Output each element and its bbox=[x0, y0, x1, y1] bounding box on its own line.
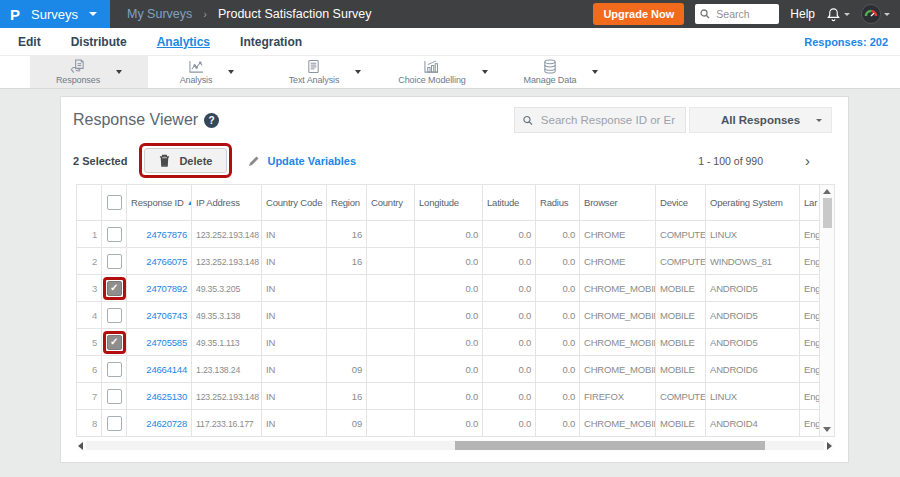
nav-edit[interactable]: Edit bbox=[18, 35, 41, 49]
global-search[interactable] bbox=[695, 4, 779, 24]
toolbar-responses[interactable]: Responses bbox=[30, 56, 148, 88]
column-header-operating-system[interactable]: Operating System bbox=[706, 185, 800, 221]
cell-longitude: 0.0 bbox=[415, 410, 483, 437]
column-header-browser[interactable]: Browser bbox=[580, 185, 656, 221]
cell-latitude: 0.0 bbox=[483, 383, 536, 410]
column-header-latitude[interactable]: Latitude bbox=[483, 185, 536, 221]
chevron-down-icon[interactable] bbox=[592, 70, 598, 74]
cell-country bbox=[367, 356, 415, 383]
chevron-down-icon[interactable] bbox=[116, 70, 122, 74]
scroll-left-icon[interactable] bbox=[78, 442, 83, 450]
pagination-range: 1 - 100 of 990 bbox=[698, 155, 763, 167]
cell-longitude: 0.0 bbox=[415, 383, 483, 410]
column-header-country-code[interactable]: Country Code bbox=[262, 185, 327, 221]
column-header-radius[interactable]: Radius bbox=[536, 185, 580, 221]
response-id-link[interactable]: 24705585 bbox=[127, 329, 192, 356]
delete-annotation-highlight: Delete bbox=[139, 143, 232, 178]
ip-address-value: 123.252.193.148 bbox=[196, 229, 259, 240]
cell-browser: CHROME bbox=[580, 248, 656, 275]
table-row: 724625130123.252.193.148IN160.00.00.0FIR… bbox=[77, 383, 820, 410]
chevron-down-icon[interactable] bbox=[355, 70, 361, 74]
cell-radius: 0.0 bbox=[536, 275, 580, 302]
response-id-link[interactable]: 24625130 bbox=[127, 383, 192, 410]
row-checkbox[interactable] bbox=[107, 416, 122, 431]
toolbar-manage-data[interactable]: Manage Data bbox=[502, 56, 620, 88]
column-header-region[interactable]: Region bbox=[327, 185, 367, 221]
response-id-link[interactable]: 24767876 bbox=[127, 221, 192, 248]
breadcrumb-current-survey: Product Satisfaction Survey bbox=[218, 7, 372, 21]
column-header-device[interactable]: Device bbox=[656, 185, 706, 221]
nav-distribute[interactable]: Distribute bbox=[71, 35, 127, 49]
horizontal-scrollbar[interactable] bbox=[76, 440, 834, 451]
row-checkbox-cell bbox=[102, 410, 127, 437]
ip-address-value: 1.23.138.24 bbox=[196, 364, 240, 375]
chevron-down-icon[interactable] bbox=[482, 70, 488, 74]
response-id-link[interactable]: 24664144 bbox=[127, 356, 192, 383]
update-variables-link[interactable]: Update Variables bbox=[248, 155, 356, 167]
toolbar-choice-modelling[interactable]: Choice Modelling bbox=[384, 56, 502, 88]
nav-analytics[interactable]: Analytics bbox=[157, 35, 210, 49]
manage-data-icon bbox=[542, 59, 558, 74]
toolbar-analysis[interactable]: Analysis bbox=[148, 56, 266, 88]
row-checkbox[interactable] bbox=[107, 362, 122, 377]
row-checkbox[interactable] bbox=[107, 227, 122, 242]
select-all-checkbox[interactable] bbox=[107, 195, 122, 210]
responses-count[interactable]: Responses: 202 bbox=[804, 36, 888, 48]
column-header-country[interactable]: Country bbox=[367, 185, 415, 221]
horizontal-scroll-track[interactable] bbox=[86, 441, 824, 450]
response-id-link[interactable]: 24766075 bbox=[127, 248, 192, 275]
chevron-down-icon bbox=[884, 13, 890, 16]
scroll-down-icon[interactable] bbox=[823, 427, 831, 432]
product-menu[interactable]: P Surveys bbox=[0, 0, 110, 28]
help-link[interactable]: Help bbox=[790, 7, 815, 21]
scroll-up-icon[interactable] bbox=[823, 189, 831, 194]
upgrade-now-button[interactable]: Upgrade Now bbox=[593, 3, 684, 25]
response-id-link[interactable]: 24706743 bbox=[127, 302, 192, 329]
column-header-lar[interactable]: Lar bbox=[800, 185, 820, 221]
cell-device: MOBILE bbox=[656, 356, 706, 383]
notifications-button[interactable] bbox=[826, 7, 850, 22]
row-checkbox[interactable] bbox=[107, 389, 122, 404]
nav-integration[interactable]: Integration bbox=[240, 35, 302, 49]
cell-ip-address: 117.233.16.177 bbox=[192, 410, 262, 437]
cell-radius: 0.0 bbox=[536, 302, 580, 329]
column-header-ip-address[interactable]: IP Address bbox=[192, 185, 262, 221]
column-header-longitude[interactable]: Longitude bbox=[415, 185, 483, 221]
scroll-right-icon[interactable] bbox=[827, 442, 832, 450]
next-page-button[interactable]: › bbox=[805, 153, 810, 168]
toolbar-text-analysis[interactable]: Text Analysis bbox=[266, 56, 384, 88]
response-id-link[interactable]: 24707892 bbox=[127, 275, 192, 302]
toolbar-text-analysis-label: Text Analysis bbox=[289, 75, 340, 85]
delete-button[interactable]: Delete bbox=[144, 148, 227, 173]
help-tooltip-icon[interactable]: ? bbox=[204, 113, 219, 128]
chevron-down-icon[interactable] bbox=[228, 70, 234, 74]
table-row: 824620728117.233.16.177IN090.00.00.0CHRO… bbox=[77, 410, 820, 437]
vertical-scrollbar-thumb[interactable] bbox=[823, 198, 832, 228]
horizontal-scrollbar-thumb[interactable] bbox=[455, 441, 765, 450]
select-all-checkbox-cell[interactable] bbox=[102, 185, 127, 221]
cell-region: 16 bbox=[327, 383, 367, 410]
cell-device: COMPUTER bbox=[656, 221, 706, 248]
breadcrumb-my-surveys[interactable]: My Surveys bbox=[127, 7, 192, 21]
vertical-scrollbar[interactable] bbox=[820, 184, 835, 437]
table-row: 6246641441.23.138.24IN090.00.00.0CHROME_… bbox=[77, 356, 820, 383]
row-number: 6 bbox=[77, 356, 102, 383]
row-checkbox[interactable] bbox=[107, 254, 122, 269]
row-checkbox[interactable]: ✓ bbox=[107, 281, 122, 296]
response-id-link[interactable]: 24620728 bbox=[127, 410, 192, 437]
row-checkbox[interactable] bbox=[107, 308, 122, 323]
page-title: Response Viewer bbox=[73, 111, 198, 129]
global-search-input[interactable] bbox=[714, 7, 774, 21]
account-menu[interactable] bbox=[861, 4, 890, 24]
cell-country-code: IN bbox=[262, 221, 327, 248]
cell-ip-address: 49.35.3.205 bbox=[192, 275, 262, 302]
column-header-response-id[interactable]: Response ID▲ bbox=[127, 185, 192, 221]
cell-country bbox=[367, 329, 415, 356]
row-checkbox[interactable]: ✓ bbox=[107, 335, 122, 350]
response-search-input[interactable] bbox=[539, 113, 677, 127]
product-menu-label: Surveys bbox=[31, 7, 78, 22]
response-search[interactable] bbox=[514, 107, 686, 133]
cell-language: Eng bbox=[800, 383, 820, 410]
cell-browser: CHROME_MOBILE bbox=[580, 356, 656, 383]
responses-filter-dropdown[interactable]: All Responses bbox=[689, 107, 832, 133]
